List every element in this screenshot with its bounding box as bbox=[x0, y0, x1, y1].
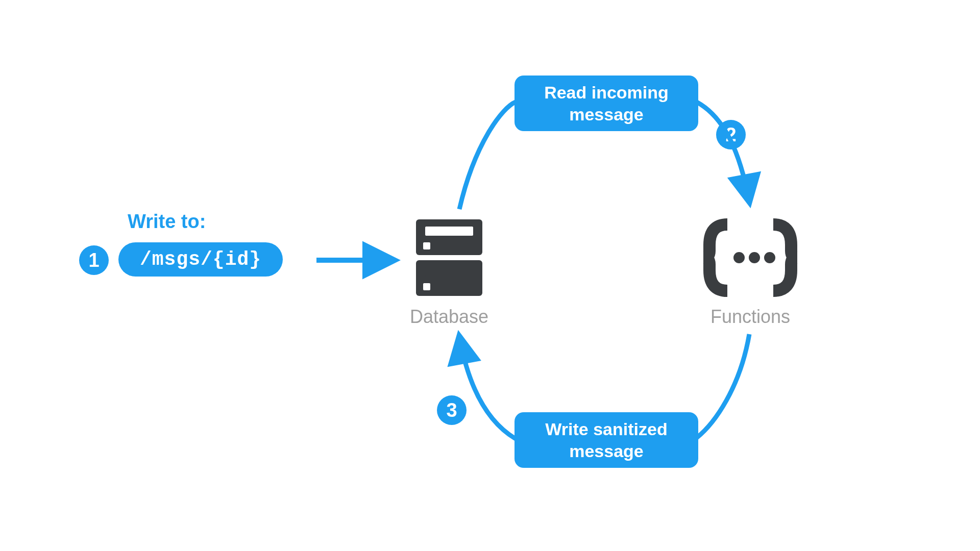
svg-rect-5 bbox=[423, 283, 430, 290]
svg-rect-3 bbox=[423, 242, 430, 249]
step-3-badge: 3 bbox=[437, 395, 467, 425]
functions-label: Functions bbox=[699, 306, 801, 328]
step-3-number: 3 bbox=[446, 399, 457, 421]
flow-read-line2: message bbox=[530, 104, 683, 126]
svg-point-6 bbox=[733, 252, 745, 263]
arc-write-to-db-return bbox=[459, 337, 516, 439]
svg-rect-1 bbox=[416, 260, 482, 296]
svg-rect-2 bbox=[425, 227, 473, 236]
svg-rect-0 bbox=[416, 219, 482, 255]
step-2-number: 2 bbox=[725, 124, 736, 146]
database-label: Database bbox=[398, 306, 500, 328]
arc-db-to-read bbox=[459, 102, 516, 209]
svg-point-7 bbox=[749, 252, 760, 263]
functions-icon bbox=[699, 214, 801, 303]
flow-write-line1: Write sanitized bbox=[530, 418, 683, 440]
step-2-badge: 2 bbox=[716, 120, 746, 149]
path-pill: /msgs/{id} bbox=[118, 242, 283, 277]
flow-read-incoming: Read incoming message bbox=[514, 76, 698, 131]
flow-read-line1: Read incoming bbox=[530, 82, 683, 104]
step-1-number: 1 bbox=[88, 249, 99, 271]
write-to-label: Write to: bbox=[128, 211, 206, 233]
path-text: /msgs/{id} bbox=[140, 248, 261, 270]
database-icon bbox=[411, 214, 487, 303]
flow-write-line2: message bbox=[530, 440, 683, 462]
svg-point-8 bbox=[764, 252, 775, 263]
flow-write-sanitized: Write sanitized message bbox=[514, 412, 698, 468]
step-1-badge: 1 bbox=[79, 245, 109, 275]
svg-rect-4 bbox=[425, 267, 473, 277]
arc-read-to-functions bbox=[697, 102, 749, 202]
arc-functions-to-write bbox=[697, 334, 749, 438]
